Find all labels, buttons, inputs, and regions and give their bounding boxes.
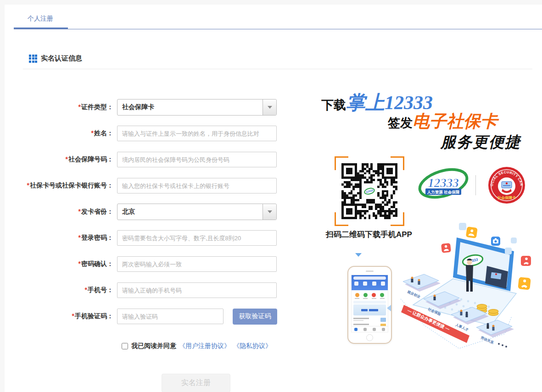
province-select[interactable]: 北京 (117, 204, 277, 220)
agreement-checkbox[interactable] (122, 343, 128, 349)
grid-icon (29, 55, 37, 63)
password-input[interactable] (117, 230, 277, 246)
content-card: 个人注册 实名认证信息 *证件类型： 社会保障卡 *姓名： *社会保障 (5, 5, 542, 392)
form-row-id-type: *证件类型： 社会保障卡 (25, 99, 291, 115)
field-label: *证件类型： (25, 103, 117, 111)
id-type-value: 社会保障卡 (117, 103, 263, 111)
field-label: *发卡省份： (25, 208, 117, 216)
app-quick-icons (352, 290, 388, 298)
form-row-card-number: *社保卡号或社保卡银行账号： (25, 178, 291, 193)
form-row-province: *发卡省份： 北京 (25, 204, 291, 220)
submit-register-button[interactable]: 实名注册 (162, 374, 230, 392)
tab-bar-divider (14, 29, 542, 29)
app-header (352, 275, 388, 290)
registration-form: *证件类型： 社会保障卡 *姓名： *社会保障号码： *社保卡号或社保卡银行账号… (25, 99, 291, 335)
app-banner (353, 304, 386, 315)
field-label: *手机验证码： (25, 312, 117, 320)
field-label: *姓名： (25, 129, 117, 138)
phone-input[interactable] (117, 282, 277, 298)
social-security-card-badge: SOCIAL SECURITY CARD 社会保障卡 (487, 166, 526, 204)
field-label: *社会保障号码： (25, 155, 117, 164)
form-row-password-confirm: *密码确认： (25, 256, 291, 272)
field-label: *社保卡号或社保卡银行账号： (25, 182, 117, 190)
section-title: 实名认证信息 (41, 54, 82, 63)
phone-screen (351, 275, 388, 332)
scroll-down-arrow-icon (355, 253, 362, 257)
section-divider (23, 69, 532, 69)
name-input[interactable] (117, 126, 277, 141)
province-value: 北京 (117, 208, 263, 216)
app-notice-bar (353, 301, 386, 304)
id-type-select[interactable]: 社会保障卡 (117, 99, 277, 116)
svg-text:社会保障卡: 社会保障卡 (497, 196, 516, 200)
field-label: *登录密码： (25, 234, 117, 242)
phone-home-button (366, 334, 373, 341)
field-label: *手机号： (25, 286, 117, 294)
form-row-ssn: *社会保障号码： (25, 152, 291, 167)
tab-personal-register[interactable]: 个人注册 (28, 15, 53, 23)
field-label: *密码确认： (25, 260, 117, 268)
svg-text:12333: 12333 (428, 176, 459, 190)
logo-12333: 12333 人力资源 社会保障 (418, 166, 469, 204)
headline-line2: 签发电子社保卡 (388, 110, 497, 133)
card-number-input[interactable] (117, 178, 277, 193)
carousel-left-arrow-icon[interactable] (387, 305, 391, 311)
sms-code-input[interactable] (117, 309, 224, 324)
chevron-down-icon[interactable] (263, 99, 276, 115)
form-row-phone: *手机号： (25, 282, 291, 298)
password-confirm-input[interactable] (117, 256, 277, 272)
form-row-password: *登录密码： (25, 230, 291, 246)
qr-code: 12333 (335, 156, 404, 226)
phone-speaker (366, 271, 374, 272)
app-search-bar (353, 276, 386, 280)
agreement-row: 我已阅读并同意 《用户注册协议》 《隐私协议》 (122, 342, 272, 350)
form-row-name: *姓名： (25, 126, 291, 141)
user-agreement-link[interactable]: 《用户注册协议》 (179, 342, 230, 350)
chevron-down-icon[interactable] (263, 204, 276, 220)
phone-mockup (347, 266, 392, 344)
form-row-sms-code: *手机验证码： 获取验证码 (25, 309, 291, 324)
app-bottom-nav (352, 326, 388, 332)
svg-text:人力资源 社会保障: 人力资源 社会保障 (427, 190, 460, 194)
logo-separator (475, 175, 476, 195)
page: 个人注册 实名认证信息 *证件类型： 社会保障卡 *姓名： *社会保障 (0, 0, 542, 392)
headline-line3: 服务更便捷 (441, 132, 521, 153)
agreement-text: 我已阅读并同意 (131, 342, 176, 350)
privacy-agreement-link[interactable]: 《隐私协议》 (233, 342, 272, 350)
ssn-input[interactable] (117, 152, 277, 167)
isometric-illustration: 12333 (397, 211, 542, 392)
qr-center-logo: 12333 (363, 184, 376, 198)
get-sms-code-button[interactable]: 获取验证码 (233, 309, 277, 325)
